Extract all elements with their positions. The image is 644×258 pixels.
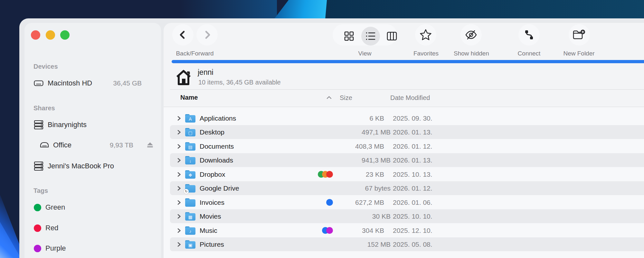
table-row[interactable]: ▦ Movies 30 KB 2025. 10. 10. — [170, 209, 644, 223]
disclosure-chevron-icon[interactable] — [177, 172, 181, 177]
file-size: 497,1 MB — [362, 125, 391, 139]
home-icon[interactable] — [175, 68, 192, 86]
table-row[interactable]: ▤ Documents 408,3 MB 2026. 01. 12. — [164, 139, 644, 153]
table-row[interactable]: ♪ Music 304 KB 2025. 12. 10. — [164, 223, 644, 237]
file-date: 2026. 01. 13. — [393, 153, 432, 167]
wallpaper-top — [325, 0, 644, 19]
file-name: Applications — [200, 111, 236, 125]
disclosure-chevron-icon[interactable] — [177, 116, 181, 121]
folder-icon: ▣ — [185, 240, 195, 249]
table-row[interactable]: ❖ Dropbox 23 KB 2025. 10. 13. — [164, 167, 644, 181]
file-size: 67 bytes — [365, 181, 391, 195]
column-header-size[interactable]: Size — [340, 94, 352, 102]
sidebar-tag-red[interactable]: Red — [24, 221, 161, 235]
file-date: 2026. 01. 06. — [393, 195, 432, 209]
chevron-left-icon — [177, 29, 189, 41]
minimize-button[interactable] — [46, 30, 55, 40]
table-row[interactable]: ↻ Google Drive 67 bytes 2026. 01. 12. — [170, 181, 644, 195]
favorites-label: Favorites — [413, 50, 439, 57]
tag-dot — [326, 227, 333, 234]
sort-ascending-icon — [326, 96, 332, 99]
new-folder-button[interactable] — [569, 24, 590, 45]
tag-dots — [307, 171, 333, 178]
file-name: Desktop — [200, 125, 224, 139]
file-date: 2025. 10. 13. — [393, 167, 432, 181]
tag-label: Green — [45, 200, 65, 214]
disclosure-chevron-icon[interactable] — [177, 200, 181, 205]
disclosure-chevron-icon[interactable] — [177, 158, 181, 163]
sidebar-item-capacity: 36,45 GB — [113, 76, 142, 90]
back-forward-label: Back/Forward — [176, 50, 213, 57]
file-name: Pictures — [200, 237, 224, 251]
sidebar-item-binarynights[interactable]: Binarynights — [24, 118, 161, 132]
folder-icon: ▤ — [185, 142, 195, 151]
file-name: Documents — [200, 139, 234, 153]
sidebar-item-capacity: 9,93 TB — [110, 138, 133, 152]
connect-label: Connect — [518, 50, 541, 57]
purple-tag-icon — [34, 245, 41, 252]
table-row[interactable]: ▢ Desktop 497,1 MB 2026. 01. 13. — [170, 125, 644, 139]
column-view-button[interactable] — [383, 27, 401, 45]
folder-icon-with-sync-badge: ↻ — [185, 184, 195, 193]
sidebar-item-office[interactable]: Office 9,93 TB — [24, 138, 161, 152]
eject-icon[interactable] — [147, 142, 154, 149]
icon-view-button[interactable] — [340, 27, 358, 45]
show-hidden-button[interactable] — [460, 24, 482, 45]
file-size: 6 KB — [369, 111, 384, 125]
shares-section-label: Shares — [33, 104, 55, 112]
connect-button[interactable] — [518, 24, 540, 45]
column-header-date-modified[interactable]: Date Modified — [390, 94, 430, 102]
content-pane: Back/Forward — [164, 23, 644, 258]
disclosure-chevron-icon[interactable] — [177, 228, 181, 233]
back-button[interactable] — [172, 24, 194, 45]
list-view-button[interactable] — [361, 27, 380, 45]
wallpaper-light-band — [274, 0, 329, 19]
folder-icon: ▦ — [185, 212, 195, 221]
close-button[interactable] — [31, 30, 40, 40]
sidebar-item-label: Binarynights — [48, 118, 87, 132]
file-size: 941,3 MB — [362, 153, 391, 167]
tag-dot — [326, 199, 333, 206]
chevron-right-icon — [201, 29, 213, 41]
file-date: 2026. 01. 12. — [393, 139, 432, 153]
file-name: Invoices — [200, 195, 224, 209]
view-label: View — [358, 50, 372, 57]
table-row[interactable]: Invoices 627,2 MB 2026. 01. 06. — [164, 195, 644, 209]
file-size: 304 KB — [362, 223, 384, 237]
devices-section-label: Devices — [33, 63, 58, 70]
grid-view-icon — [344, 31, 354, 41]
file-name: Music — [200, 223, 217, 237]
disclosure-chevron-icon[interactable] — [177, 214, 181, 219]
file-name: Downloads — [200, 153, 233, 167]
forward-button[interactable] — [196, 24, 218, 45]
disclosure-chevron-icon[interactable] — [177, 130, 181, 135]
column-header-name[interactable]: Name — [180, 94, 198, 101]
favorites-button[interactable] — [415, 24, 436, 45]
view-segmented-control — [333, 24, 397, 45]
table-row[interactable]: A Applications 6 KB 2025. 09. 30. — [164, 111, 644, 125]
green-tag-icon — [34, 204, 41, 211]
disclosure-chevron-icon[interactable] — [177, 144, 181, 149]
file-date: 2025. 09. 30. — [393, 111, 432, 125]
folder-icon: ❖ — [185, 170, 195, 179]
connect-icon — [524, 29, 535, 40]
folder-icon — [185, 198, 195, 207]
table-row[interactable]: ▣ Pictures 152 MB 2025. 05. 08. — [170, 237, 644, 251]
folder-icon: ▢ — [185, 128, 195, 136]
sidebar-item-jennis-macbook-pro[interactable]: Jenni's MacBook Pro — [24, 159, 161, 173]
file-size: 152 MB — [367, 237, 391, 251]
tag-dot — [326, 171, 333, 178]
column-view-icon — [387, 32, 397, 41]
file-date: 2025. 12. 10. — [393, 223, 432, 237]
sidebar-item-macintosh-hd[interactable]: Macintosh HD 36,45 GB — [24, 76, 161, 90]
file-date: 2025. 10. 10. — [393, 209, 432, 223]
eye-slash-icon — [465, 29, 478, 41]
server-icon — [34, 161, 43, 171]
disclosure-chevron-icon[interactable] — [177, 242, 181, 247]
sidebar-tag-purple[interactable]: Purple — [24, 241, 161, 255]
zoom-button[interactable] — [60, 30, 70, 40]
table-row[interactable]: ↓ Downloads 941,3 MB 2026. 01. 13. — [170, 153, 644, 167]
sidebar-tag-green[interactable]: Green — [24, 200, 161, 214]
disclosure-chevron-icon[interactable] — [177, 186, 181, 191]
file-date: 2026. 01. 12. — [393, 181, 432, 195]
